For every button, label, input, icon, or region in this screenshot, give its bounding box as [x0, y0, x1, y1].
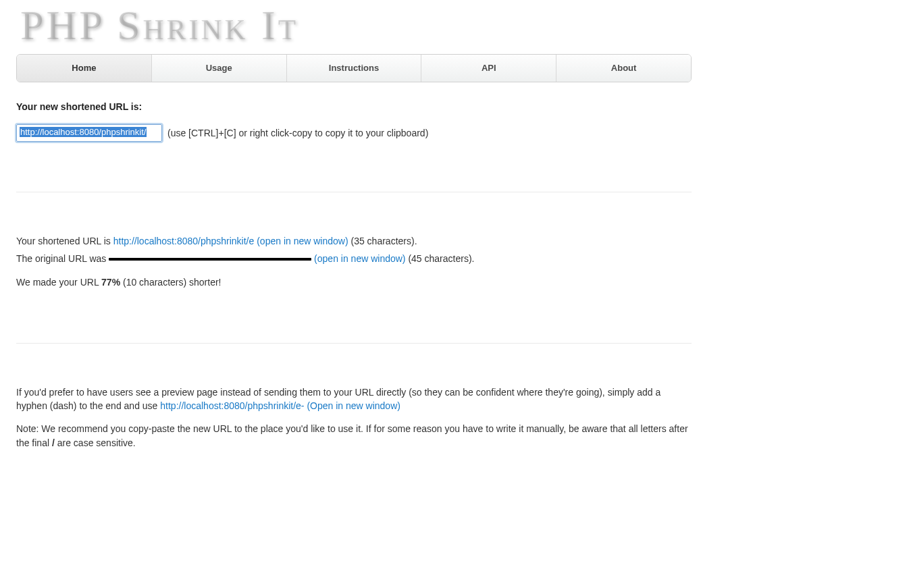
- made-shorter-line: We made your URL 77% (10 characters) sho…: [16, 275, 692, 289]
- copy-hint: (use [CTRL]+[C] or right click-copy to c…: [167, 128, 428, 138]
- divider: [16, 192, 692, 192]
- result-heading: Your new shortened URL is:: [16, 101, 692, 112]
- nav-tab-home[interactable]: Home: [17, 55, 152, 82]
- made-rest-text: (10 characters) shorter!: [123, 277, 222, 288]
- main-nav: Home Usage Instructions API About: [16, 54, 692, 82]
- nav-tab-usage[interactable]: Usage: [152, 55, 287, 82]
- made-percent: 77%: [101, 277, 120, 288]
- note-paragraph: Note: We recommend you copy-paste the ne…: [16, 422, 692, 450]
- nav-tab-api[interactable]: API: [421, 55, 556, 82]
- original-url-line: The original URL was (open in new window…: [16, 252, 692, 265]
- note-slash: /: [52, 437, 55, 448]
- nav-tab-instructions[interactable]: Instructions: [287, 55, 422, 82]
- shortened-intro-text: Your shortened URL is: [16, 236, 113, 246]
- shortened-url-line: Your shortened URL is http://localhost:8…: [16, 234, 692, 248]
- preview-url-link[interactable]: http://localhost:8080/phpshrinkit/e- (Op…: [160, 400, 400, 411]
- shortened-url-selected-text: http://localhost:8080/phpshrinkit/: [20, 127, 147, 137]
- shortened-url-field[interactable]: http://localhost:8080/phpshrinkit/: [16, 124, 162, 142]
- original-intro-text: The original URL was: [16, 253, 109, 264]
- shortened-url-link[interactable]: http://localhost:8080/phpshrinkit/e (ope…: [113, 236, 348, 246]
- preview-paragraph: If you'd prefer to have users see a prev…: [16, 385, 692, 413]
- made-intro-text: We made your URL: [16, 277, 101, 288]
- divider: [16, 343, 692, 344]
- note-text-part2: are case sensitive.: [57, 437, 136, 448]
- nav-tab-about[interactable]: About: [556, 55, 691, 82]
- shortened-chars-text: (35 characters).: [350, 236, 417, 246]
- site-logo: PHP Shrink It: [20, 0, 692, 50]
- redacted-original-url: [109, 258, 311, 261]
- original-chars-text: (45 characters).: [408, 253, 474, 264]
- original-open-link[interactable]: (open in new window): [314, 253, 405, 264]
